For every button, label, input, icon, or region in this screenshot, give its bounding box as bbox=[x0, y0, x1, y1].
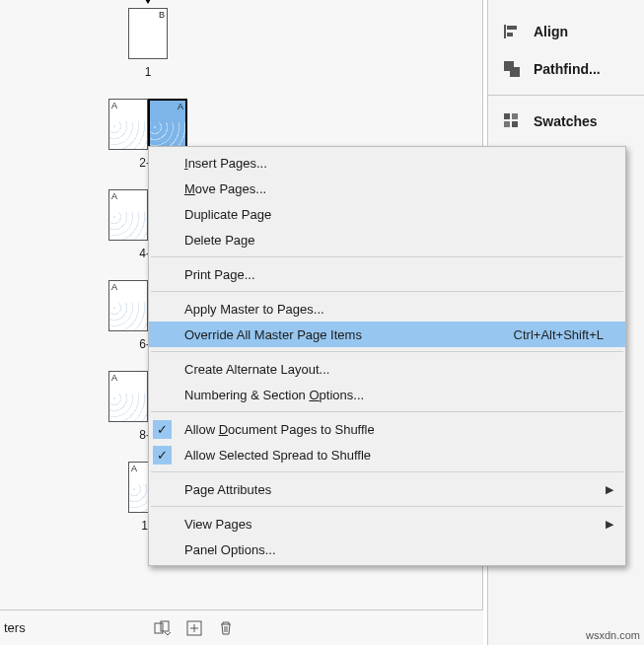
align-icon bbox=[502, 22, 522, 41]
truncated-label: ters bbox=[4, 620, 26, 635]
menu-label: Numbering & Section Options... bbox=[184, 388, 608, 402]
page-item-1[interactable]: B 1 bbox=[59, 8, 237, 79]
menu-label: Print Page... bbox=[184, 267, 608, 282]
menu-view-pages[interactable]: View Pages ▶ bbox=[149, 511, 625, 537]
menu-print-page[interactable]: Print Page... bbox=[149, 261, 625, 287]
master-letter: A bbox=[111, 282, 117, 292]
svg-rect-8 bbox=[512, 113, 518, 119]
menu-label: Delete Page bbox=[184, 233, 608, 248]
page-thumb-1[interactable]: B bbox=[128, 8, 168, 59]
svg-rect-6 bbox=[510, 67, 520, 77]
menu-insert-pages[interactable]: Insert Pages... bbox=[149, 150, 625, 176]
submenu-arrow-icon: ▶ bbox=[606, 518, 613, 531]
swatches-icon bbox=[502, 111, 522, 131]
submenu-arrow-icon: ▶ bbox=[606, 483, 613, 496]
menu-separator bbox=[151, 471, 623, 472]
menu-shortcut: Ctrl+Alt+Shift+L bbox=[514, 327, 604, 342]
menu-label: View Pages bbox=[184, 517, 608, 532]
menu-create-alternate-layout[interactable]: Create Alternate Layout... bbox=[149, 356, 625, 382]
delete-page-icon[interactable] bbox=[217, 619, 235, 637]
page-thumb-8[interactable]: A bbox=[108, 371, 148, 422]
menu-label: Allow Document Pages to Shuffle bbox=[184, 422, 608, 437]
master-letter: A bbox=[111, 191, 117, 201]
menu-duplicate-page[interactable]: Duplicate Page bbox=[149, 201, 625, 227]
panel-label: Pathfind... bbox=[534, 61, 601, 77]
panel-label: Swatches bbox=[534, 113, 598, 129]
master-letter: A bbox=[111, 373, 117, 383]
insertion-marker-icon bbox=[142, 0, 154, 4]
svg-rect-3 bbox=[507, 26, 517, 30]
menu-label: Create Alternate Layout... bbox=[184, 362, 608, 377]
menu-override-master[interactable]: Override All Master Page Items Ctrl+Alt+… bbox=[149, 322, 625, 347]
panel-pathfinder[interactable]: Pathfind... bbox=[488, 51, 644, 87]
master-letter: A bbox=[131, 464, 137, 473]
menu-label: Page Attributes bbox=[184, 482, 608, 497]
page-thumb-4[interactable]: A bbox=[108, 189, 148, 241]
page-thumb-2[interactable]: A bbox=[108, 99, 148, 150]
menu-label: Override All Master Page Items bbox=[184, 327, 514, 342]
menu-separator bbox=[151, 256, 623, 257]
svg-rect-9 bbox=[504, 121, 510, 127]
menu-page-attributes[interactable]: Page Attributes ▶ bbox=[149, 476, 625, 502]
menu-move-pages[interactable]: Move Pages... bbox=[149, 176, 625, 201]
menu-separator bbox=[151, 291, 623, 292]
panel-align[interactable]: Align bbox=[488, 14, 644, 49]
edit-page-size-icon[interactable] bbox=[154, 619, 172, 637]
master-letter: A bbox=[178, 102, 183, 111]
menu-separator bbox=[151, 411, 623, 412]
master-letter: A bbox=[111, 101, 117, 110]
menu-panel-options[interactable]: Panel Options... bbox=[149, 537, 625, 562]
panel-separator bbox=[488, 95, 644, 96]
new-page-icon[interactable] bbox=[185, 619, 203, 637]
pathfinder-icon bbox=[502, 59, 522, 79]
menu-separator bbox=[151, 506, 623, 507]
menu-delete-page[interactable]: Delete Page bbox=[149, 227, 625, 252]
menu-label: Duplicate Page bbox=[184, 207, 608, 222]
page-label: 1 bbox=[59, 65, 237, 79]
svg-rect-10 bbox=[512, 121, 518, 127]
menu-apply-master[interactable]: Apply Master to Pages... bbox=[149, 296, 625, 322]
menu-label: Panel Options... bbox=[184, 542, 608, 557]
pages-context-menu: Insert Pages... Move Pages... Duplicate … bbox=[148, 146, 626, 566]
master-letter: B bbox=[159, 10, 165, 20]
panel-label: Align bbox=[534, 24, 568, 39]
pages-panel-footer: ters bbox=[0, 609, 483, 645]
svg-rect-7 bbox=[504, 113, 510, 119]
svg-rect-4 bbox=[507, 33, 513, 36]
menu-label: Allow Selected Spread to Shuffle bbox=[184, 448, 608, 463]
menu-label: Move Pages... bbox=[184, 181, 608, 196]
page-thumb-3-selected[interactable]: A bbox=[148, 99, 187, 150]
menu-separator bbox=[151, 351, 623, 352]
menu-label: Apply Master to Pages... bbox=[184, 302, 608, 317]
menu-allow-document-shuffle[interactable]: Allow Document Pages to Shuffle bbox=[149, 416, 625, 442]
menu-numbering-section-options[interactable]: Numbering & Section Options... bbox=[149, 382, 625, 407]
menu-label: Insert Pages... bbox=[184, 156, 608, 171]
panel-swatches[interactable]: Swatches bbox=[488, 104, 644, 139]
page-thumb-6[interactable]: A bbox=[108, 280, 148, 331]
menu-allow-selected-shuffle[interactable]: Allow Selected Spread to Shuffle bbox=[149, 442, 625, 467]
watermark: wsxdn.com bbox=[586, 629, 640, 641]
